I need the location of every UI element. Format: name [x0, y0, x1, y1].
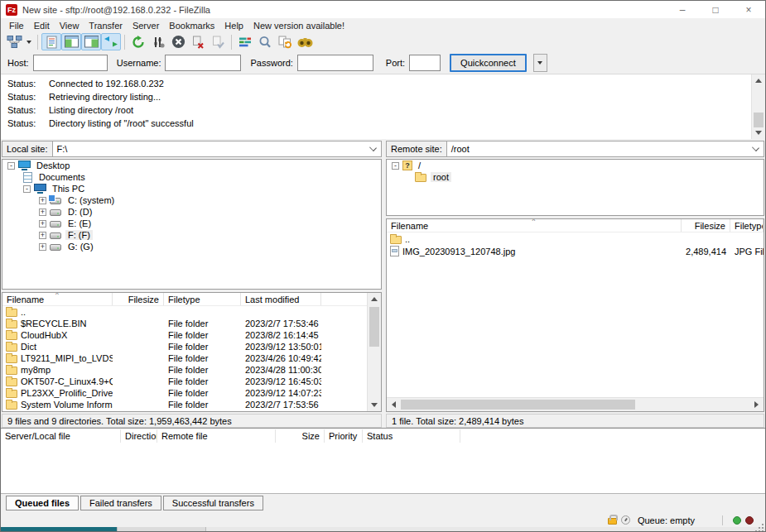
reconnect-icon[interactable]: [208, 33, 228, 50]
expand-icon[interactable]: +: [39, 208, 46, 216]
table-row[interactable]: ..: [2, 306, 369, 318]
table-row[interactable]: System Volume Informati... File folder 2…: [2, 399, 369, 410]
table-row[interactable]: Dict File folder 2023/9/12 13:50:01: [2, 341, 369, 352]
username-input[interactable]: [165, 55, 241, 71]
site-manager-icon[interactable]: [4, 33, 24, 50]
scroll-right-icon[interactable]: [749, 398, 764, 412]
menu-server[interactable]: Server: [128, 20, 164, 31]
tab-queued-files[interactable]: Queued files: [6, 496, 79, 510]
table-row[interactable]: PL23XX_Prolific_DriverInst... File folde…: [2, 387, 369, 399]
collapse-icon[interactable]: -: [23, 185, 31, 193]
menu-help[interactable]: Help: [219, 20, 248, 31]
filter-icon[interactable]: [235, 33, 255, 50]
filezilla-logo-icon: Fz: [6, 4, 17, 16]
local-list-scrollbar[interactable]: [367, 293, 381, 411]
synchronized-browsing-icon[interactable]: [295, 33, 315, 50]
tab-failed-transfers[interactable]: Failed transfers: [80, 496, 161, 510]
speed-limit-icon[interactable]: [621, 515, 630, 525]
tree-item-this-pc[interactable]: - This PC: [2, 183, 381, 194]
refresh-icon[interactable]: [128, 33, 148, 50]
collapse-icon[interactable]: -: [392, 162, 399, 170]
chevron-down-icon[interactable]: [752, 144, 759, 151]
scroll-down-icon[interactable]: [368, 399, 381, 411]
scroll-thumb[interactable]: [401, 400, 635, 410]
search-icon[interactable]: [255, 33, 275, 50]
log-scrollbar[interactable]: [751, 74, 765, 139]
column-header-server-local-file[interactable]: Server/Local file: [1, 429, 121, 443]
column-header-direction[interactable]: Direction: [121, 429, 157, 443]
tree-item-drive-c[interactable]: + C: (system): [2, 194, 381, 206]
minimize-button[interactable]: –: [666, 1, 699, 18]
column-header-size[interactable]: Size: [276, 429, 325, 443]
column-header-remote-file[interactable]: Remote file: [157, 429, 276, 443]
quickconnect-dropdown-icon[interactable]: [533, 54, 547, 72]
toggle-local-tree-icon[interactable]: [61, 33, 81, 50]
scroll-down-icon[interactable]: [752, 127, 765, 139]
compare-directories-icon[interactable]: [275, 33, 295, 50]
scroll-thumb[interactable]: [369, 307, 379, 347]
tree-item-root-slash[interactable]: - ? /: [387, 160, 764, 171]
scroll-thumb[interactable]: [754, 113, 764, 127]
toggle-remote-tree-icon[interactable]: [81, 33, 101, 50]
process-queue-icon[interactable]: [148, 33, 168, 50]
maximize-button[interactable]: □: [699, 1, 732, 18]
column-header-status[interactable]: Status: [363, 429, 460, 443]
column-header-filename[interactable]: Filename ^: [387, 219, 682, 232]
scroll-up-icon[interactable]: [752, 74, 765, 87]
menu-new-version[interactable]: New version available!: [248, 20, 349, 31]
expand-icon[interactable]: +: [39, 197, 46, 204]
column-header-last-modified[interactable]: Last modified: [241, 293, 321, 305]
table-row[interactable]: CloudHubX File folder 2023/8/2 16:14:45: [2, 329, 369, 341]
tree-item-drive-g[interactable]: + G: (G): [2, 241, 381, 252]
port-input[interactable]: [409, 55, 441, 71]
site-manager-dropdown-icon[interactable]: [24, 33, 34, 50]
folder-icon: [6, 309, 17, 317]
chevron-down-icon[interactable]: [369, 144, 377, 151]
tree-item-drive-f[interactable]: + F: (F): [2, 229, 381, 241]
column-header-filename[interactable]: Filename ^: [2, 293, 113, 305]
cancel-icon[interactable]: [168, 33, 188, 50]
log-message: Listing directory /root: [49, 105, 133, 115]
expand-icon[interactable]: +: [39, 220, 46, 228]
disconnect-icon[interactable]: [188, 33, 208, 50]
resize-grip[interactable]: [762, 524, 764, 525]
tree-item-desktop[interactable]: - Desktop: [2, 160, 381, 171]
menu-bookmarks[interactable]: Bookmarks: [164, 20, 219, 31]
tree-item-drive-e[interactable]: + E: (E): [2, 218, 381, 229]
scroll-left-icon[interactable]: [387, 398, 401, 412]
table-row[interactable]: LT9211_MIPI_to_LVDS_HV... File folder 20…: [2, 352, 369, 364]
tree-item-root[interactable]: root: [387, 171, 764, 183]
menu-edit[interactable]: Edit: [29, 20, 55, 31]
column-header-filetype[interactable]: Filetype: [730, 219, 764, 232]
table-row[interactable]: ..: [387, 232, 764, 245]
column-header-filetype[interactable]: Filetype: [164, 293, 241, 305]
tree-item-documents[interactable]: Documents: [2, 171, 381, 183]
quickconnect-button[interactable]: Quickconnect: [450, 54, 527, 72]
scroll-up-icon[interactable]: [368, 293, 381, 305]
column-header-filesize[interactable]: Filesize: [113, 293, 164, 305]
expand-icon[interactable]: +: [39, 243, 46, 251]
remote-list-hscrollbar[interactable]: [387, 397, 764, 411]
menu-view[interactable]: View: [55, 20, 84, 31]
column-header-filesize[interactable]: Filesize: [682, 219, 730, 232]
window-title: New site - sftp://root@192.168.0.232 - F…: [22, 5, 210, 15]
toggle-transfer-queue-icon[interactable]: [101, 33, 121, 50]
host-input[interactable]: [33, 55, 108, 71]
expand-icon[interactable]: +: [39, 232, 46, 239]
collapse-icon[interactable]: -: [7, 162, 15, 170]
tab-successful-transfers[interactable]: Successful transfers: [163, 496, 263, 510]
table-row[interactable]: $RECYCLE.BIN File folder 2023/2/7 17:53:…: [2, 318, 369, 329]
table-row[interactable]: IMG_20230913_120748.jpg 2,489,414 JPG Fi…: [387, 245, 764, 257]
menu-file[interactable]: File: [4, 20, 29, 31]
file-modified: 2023/9/12 14:07:23: [241, 388, 321, 398]
tree-item-drive-d[interactable]: + D: (D): [2, 206, 381, 218]
table-row[interactable]: my8mp File folder 2023/4/28 11:00:30: [2, 364, 369, 376]
remote-site-combo[interactable]: /root: [447, 141, 764, 157]
column-header-priority[interactable]: Priority: [325, 429, 363, 443]
local-site-combo[interactable]: F:\: [53, 141, 382, 157]
table-row[interactable]: OKT507-C_Linux4.9+QT5.... File folder 20…: [2, 376, 369, 387]
toggle-message-log-icon[interactable]: [41, 33, 61, 50]
password-input[interactable]: [297, 55, 373, 71]
close-button[interactable]: ×: [732, 1, 765, 18]
menu-transfer[interactable]: Transfer: [84, 20, 128, 31]
